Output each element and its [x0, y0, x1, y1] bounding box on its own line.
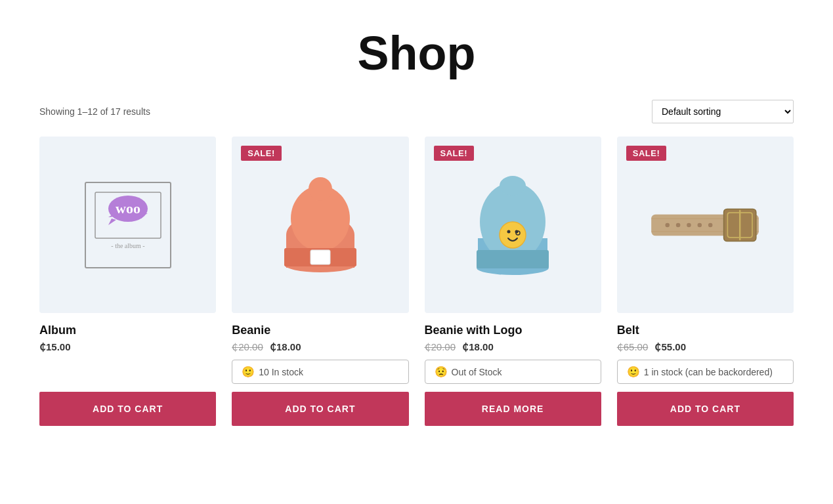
product-price-beanie: ₵20.00 ₵18.00: [232, 341, 408, 353]
stock-text-beanie-logo: Out of Stock: [452, 367, 502, 377]
product-name-beanie-logo: Beanie with Logo: [425, 324, 601, 337]
product-price-album: ₵15.00: [39, 341, 216, 353]
svg-point-32: [666, 222, 670, 227]
product-price-belt: ₵65.00 ₵55.00: [617, 341, 794, 353]
price-regular-album: ₵15.00: [39, 341, 71, 352]
product-image-belt: SALE!: [617, 136, 794, 313]
stock-text-beanie: 10 In stock: [259, 367, 303, 377]
product-name-beanie: Beanie: [232, 324, 408, 337]
add-to-cart-belt[interactable]: ADD TO CART: [617, 392, 794, 426]
add-to-cart-album[interactable]: ADD TO CART: [39, 392, 216, 426]
sale-badge-beanie-logo: SALE!: [434, 146, 475, 161]
stock-icon-belt: 🙂: [627, 366, 640, 378]
svg-rect-16: [477, 250, 549, 268]
svg-rect-0: [85, 182, 171, 268]
sort-select[interactable]: Default sortingSort by popularitySort by…: [652, 100, 794, 123]
svg-point-30: [687, 222, 692, 227]
price-original-belt: ₵65.00: [617, 341, 649, 352]
product-card-album: woo - the album - Album ₵15.00 ADD TO CA…: [39, 136, 216, 426]
product-card-beanie: SALE! Beanie ₵20.00: [232, 136, 408, 426]
stock-text-belt: 1 in stock (can be backordered): [644, 367, 773, 377]
price-sale-beanie-logo: ₵18.00: [462, 341, 494, 352]
svg-point-18: [507, 230, 511, 233]
album-image: woo - the album -: [75, 173, 181, 278]
svg-marker-5: [108, 219, 116, 225]
svg-point-29: [698, 222, 702, 227]
svg-rect-11: [310, 250, 330, 264]
product-name-album: Album: [39, 324, 216, 337]
beanie-image: [274, 173, 366, 278]
product-image-beanie: SALE!: [232, 136, 408, 313]
svg-point-21: [500, 176, 526, 196]
stock-badge-belt: 🙂 1 in stock (can be backordered): [617, 360, 794, 384]
product-card-beanie-logo: SALE!: [425, 136, 601, 426]
svg-text:- the album -: - the album -: [111, 242, 144, 249]
sale-badge-belt: SALE!: [626, 146, 667, 161]
products-grid: woo - the album - Album ₵15.00 ADD TO CA…: [39, 136, 794, 426]
read-more-beanie-logo[interactable]: READ MORE: [425, 392, 601, 426]
price-sale-belt: ₵55.00: [654, 341, 686, 352]
stock-badge-beanie: 🙂 10 In stock: [232, 360, 408, 384]
product-price-beanie-logo: ₵20.00 ₵18.00: [425, 341, 601, 353]
stock-icon-beanie-logo: 😟: [435, 366, 448, 378]
results-count: Showing 1–12 of 17 results: [39, 106, 150, 117]
sale-badge-beanie: SALE!: [241, 146, 282, 161]
price-original-beanie: ₵20.00: [232, 341, 263, 352]
svg-point-17: [500, 222, 526, 248]
add-to-cart-beanie[interactable]: ADD TO CART: [232, 392, 408, 426]
stock-icon-beanie: 🙂: [242, 366, 255, 378]
product-card-belt: SALE!: [617, 136, 794, 426]
belt-image: [646, 192, 764, 258]
beanie-logo-image: [463, 173, 562, 278]
product-image-beanie-logo: SALE!: [425, 136, 601, 313]
page-title: Shop: [39, 0, 794, 100]
svg-point-28: [708, 222, 713, 227]
stock-badge-beanie-logo: 😟 Out of Stock: [425, 360, 601, 384]
price-sale-beanie: ₵18.00: [270, 341, 301, 352]
price-original-beanie-logo: ₵20.00: [425, 341, 456, 352]
shop-toolbar: Showing 1–12 of 17 results Default sorti…: [39, 100, 794, 123]
product-image-album: woo - the album -: [39, 136, 216, 313]
product-name-belt: Belt: [617, 324, 794, 337]
svg-point-12: [309, 177, 332, 201]
svg-point-31: [676, 222, 681, 227]
